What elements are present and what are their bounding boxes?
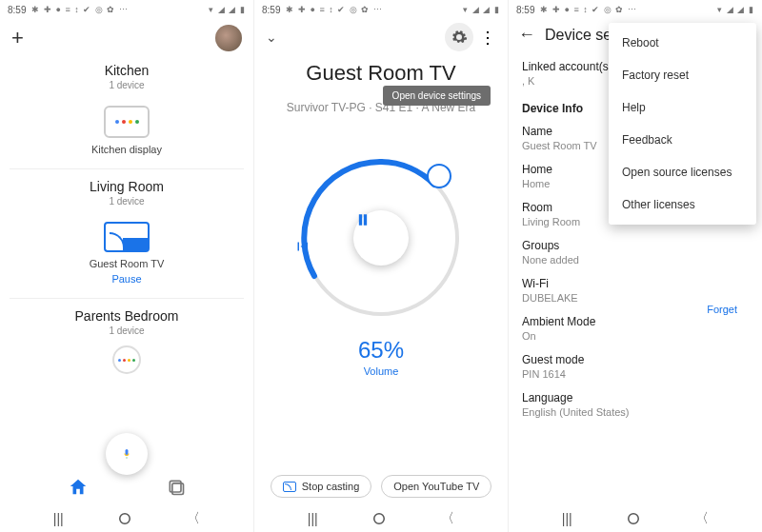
recents-button[interactable]: ||| — [308, 511, 318, 526]
status-icons-left: ✱ ✚ ● ≡ ↕ ✔ ◎ ✿ ⋯ — [540, 5, 636, 14]
avatar[interactable] — [215, 25, 242, 51]
back-arrow-button[interactable]: ← — [518, 25, 535, 45]
room-header-kitchen[interactable]: Kitchen 1 device — [0, 57, 253, 92]
status-bar: 8:59 ✱ ✚ ● ≡ ↕ ✔ ◎ ✿ ⋯ ▾ ◢ ◢ ▮ — [254, 0, 508, 19]
setting-guest-mode[interactable]: Guest modePIN 1614 — [522, 347, 749, 385]
menu-item-other-licenses[interactable]: Other licenses — [609, 188, 756, 221]
room-subtitle: 1 device — [0, 325, 253, 336]
status-icons-right: ▾ ◢ ◢ ▮ — [209, 5, 246, 14]
room-subtitle: 1 device — [0, 196, 253, 207]
home-button[interactable] — [116, 510, 133, 527]
overflow-menu-button[interactable]: ⋯ — [480, 30, 497, 45]
room-title: Kitchen — [0, 63, 253, 78]
room-title: Living Room — [0, 179, 253, 194]
android-navbar: ||| 〈 — [0, 505, 253, 532]
collapse-chevron-icon[interactable]: ⌄ — [266, 30, 277, 45]
cast-tv-icon — [104, 222, 150, 252]
menu-item-reboot[interactable]: Reboot — [609, 27, 756, 59]
android-navbar: ||| 〈 — [509, 505, 762, 532]
menu-item-open-source[interactable]: Open source licenses — [609, 156, 756, 188]
room-title: Parents Bedroom — [0, 308, 253, 324]
nest-mini-icon[interactable] — [112, 345, 141, 374]
feed-tab[interactable] — [166, 477, 187, 498]
room-header-parents[interactable]: Parents Bedroom 1 device — [0, 303, 253, 338]
status-icons-right: ▾ ◢ ◢ ▮ — [463, 5, 500, 14]
volume-dial[interactable] — [286, 143, 476, 333]
cast-icon — [283, 482, 296, 492]
mic-icon — [121, 445, 132, 463]
device-label: Kitchen display — [91, 144, 162, 155]
menu-item-help[interactable]: Help — [609, 91, 756, 124]
smart-display-icon — [104, 106, 150, 138]
clock: 8:59 — [516, 5, 534, 15]
setting-wifi[interactable]: Wi-Fi DUBELAKE Forget — [522, 271, 749, 309]
volume-label: Volume — [254, 365, 508, 377]
device-kitchen-display[interactable]: Kitchen display — [0, 106, 253, 155]
setting-groups[interactable]: GroupsNone added — [522, 233, 749, 271]
setting-language[interactable]: LanguageEnglish (United States) — [522, 385, 749, 424]
svg-point-4 — [374, 514, 385, 524]
stop-casting-button[interactable]: Stop casting — [271, 475, 372, 498]
voice-fab[interactable] — [106, 433, 148, 475]
room-header-living[interactable]: Living Room 1 device — [0, 173, 253, 208]
device-guest-room-tv[interactable]: Guest Room TV Pause — [0, 222, 253, 285]
back-button[interactable]: 〈 — [187, 510, 200, 527]
status-bar: 8:59 ✱ ✚ ● ≡ ↕ ✔ ◎ ✿ ⋯ ▾ ◢ ◢ ▮ — [0, 0, 253, 19]
svg-point-2 — [120, 514, 130, 524]
clock: 8:59 — [262, 5, 280, 15]
recents-button[interactable]: ||| — [53, 511, 64, 526]
gear-icon — [451, 29, 468, 46]
page-title: Device set — [545, 27, 616, 44]
settings-button[interactable] — [445, 23, 473, 51]
volume-knob[interactable] — [427, 164, 451, 188]
pill-label: Open YouTube TV — [393, 481, 479, 492]
home-tab[interactable] — [68, 477, 89, 498]
open-youtube-tv-button[interactable]: Open YouTube TV — [381, 475, 491, 498]
pause-button[interactable] — [353, 210, 409, 266]
device-label: Guest Room TV — [90, 258, 165, 269]
back-button[interactable]: 〈 — [695, 510, 709, 527]
recents-button[interactable]: ||| — [562, 511, 572, 526]
add-button[interactable]: + — [11, 26, 24, 50]
menu-item-factory-reset[interactable]: Factory reset — [609, 59, 756, 91]
room-subtitle: 1 device — [0, 80, 253, 90]
volume-percent: 65% — [254, 337, 508, 364]
bottom-nav — [0, 471, 253, 503]
pause-icon — [353, 210, 372, 229]
home-button[interactable] — [625, 510, 642, 527]
back-button[interactable]: 〈 — [441, 510, 454, 527]
status-icons-left: ✱ ✚ ● ≡ ↕ ✔ ◎ ✿ ⋯ — [31, 5, 128, 14]
menu-item-feedback[interactable]: Feedback — [609, 124, 756, 156]
now-playing-title: Guest Room TV — [254, 61, 508, 86]
wifi-forget-button[interactable]: Forget — [707, 304, 737, 315]
setting-ambient[interactable]: Ambient ModeOn — [522, 309, 749, 347]
status-icons-right: ▾ ◢ ◢ ▮ — [717, 5, 754, 14]
status-bar: 8:59 ✱ ✚ ● ≡ ↕ ✔ ◎ ✿ ⋯ ▾ ◢ ◢ ▮ — [509, 0, 762, 19]
tooltip: Open device settings — [383, 86, 491, 106]
clock: 8:59 — [8, 5, 26, 15]
home-button[interactable] — [371, 510, 388, 527]
device-pause-action[interactable]: Pause — [111, 273, 141, 285]
android-navbar: ||| 〈 — [254, 505, 508, 532]
overflow-menu: Reboot Factory reset Help Feedback Open … — [609, 23, 756, 225]
status-icons-left: ✱ ✚ ● ≡ ↕ ✔ ◎ ✿ ⋯ — [286, 5, 382, 14]
svg-point-5 — [629, 514, 639, 524]
pill-label: Stop casting — [302, 481, 360, 492]
